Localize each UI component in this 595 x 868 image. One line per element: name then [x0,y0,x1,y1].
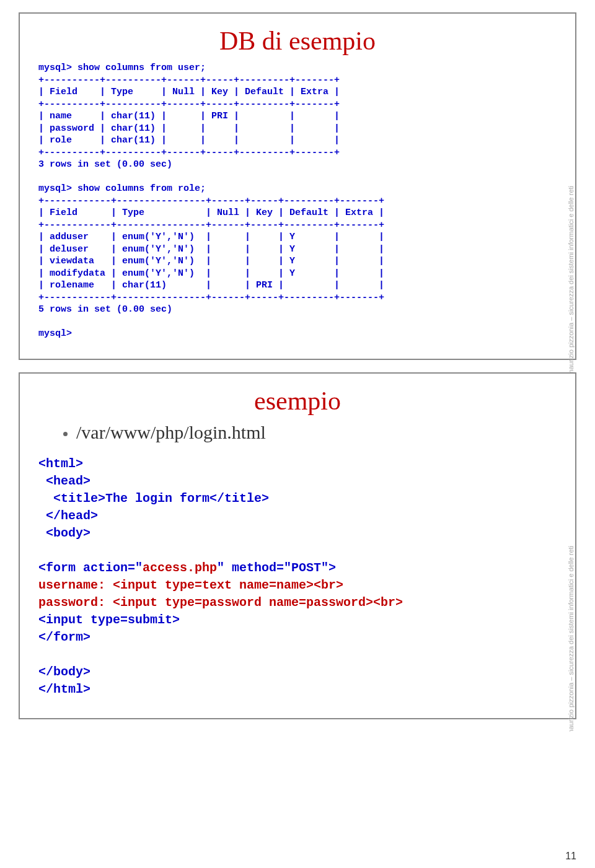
sql-output: mysql> show columns from user; +--------… [38,62,557,340]
slide-db-esempio: DB di esempio mysql> show columns from u… [19,12,576,360]
bullet-icon [63,432,68,436]
slide-title: esempio [38,386,557,416]
slide-esempio: esempio /var/www/php/login.html <html> <… [19,372,576,719]
username-line: username: <input type=text name=name><br… [38,578,343,592]
slide-title: DB di esempio [38,26,557,56]
access-php: access.php [143,561,217,575]
password-line: password: <input type=password name=pass… [38,595,403,610]
bullet-text: /var/www/php/login.html [76,422,266,442]
bullet-item: /var/www/php/login.html [63,422,557,443]
html-code-block: <html> <head> <title>The login form</tit… [38,455,557,698]
copyright-text: © 2006-2008 maurizio pizzonia – sicurezz… [566,546,574,732]
